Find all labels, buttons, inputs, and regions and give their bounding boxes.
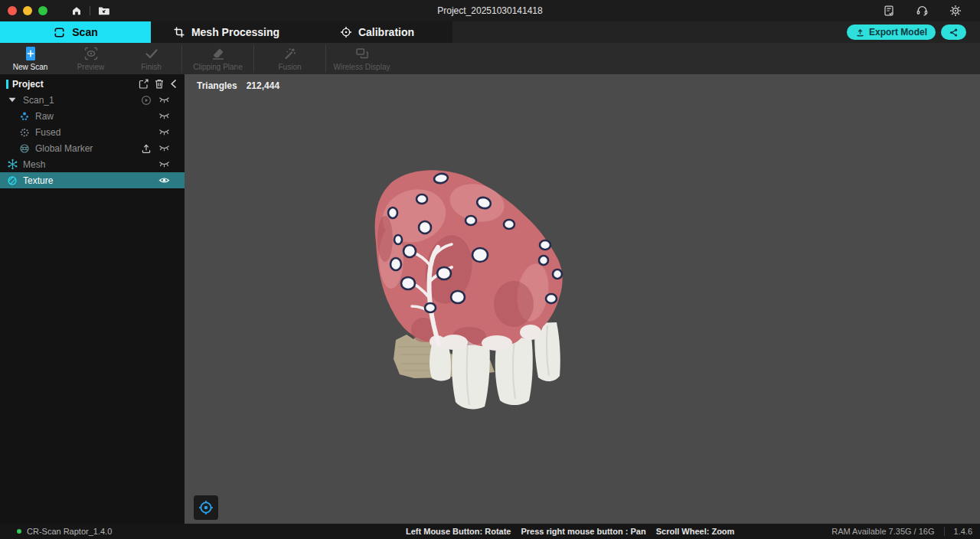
export-project-icon[interactable] xyxy=(138,78,149,90)
wireless-display-button[interactable]: Wireless Display xyxy=(326,46,397,71)
caret-down-icon[interactable] xyxy=(6,97,18,103)
raw-icon xyxy=(18,111,31,122)
statusbar-divider xyxy=(944,527,945,536)
fusion-label: Fusion xyxy=(278,63,301,71)
zoom-window-button[interactable] xyxy=(38,6,47,15)
log-icon[interactable] xyxy=(883,5,895,17)
export-model-icon xyxy=(855,28,865,38)
firmware-version: 1.4.6 xyxy=(954,527,972,536)
minimize-window-button[interactable] xyxy=(23,6,32,15)
eye-closed-icon[interactable] xyxy=(158,144,170,152)
finish-button[interactable]: Finish xyxy=(121,46,181,71)
texture-icon xyxy=(6,175,18,186)
wireless-display-icon xyxy=(354,46,370,61)
clipping-plane-button[interactable]: Clipping Plane xyxy=(182,46,253,71)
reset-view-icon xyxy=(198,499,214,516)
finish-label: Finish xyxy=(141,63,162,71)
tree-item-global-marker[interactable]: Global Marker xyxy=(0,140,185,156)
tab-scan-label: Scan xyxy=(72,26,97,38)
new-scan-label: New Scan xyxy=(13,63,48,71)
toolbar: New Scan Preview Finish Clipping Plane xyxy=(0,43,980,74)
mesh-icon xyxy=(6,158,18,170)
tree-item-label: Texture xyxy=(23,175,53,186)
tab-mesh-processing[interactable]: Mesh Processing xyxy=(151,21,302,43)
device-status-dot xyxy=(17,529,21,534)
trash-icon[interactable] xyxy=(154,78,165,90)
wireless-display-label: Wireless Display xyxy=(334,63,390,71)
settings-icon[interactable] xyxy=(949,5,962,17)
tree-item-label: Fused xyxy=(35,127,60,138)
support-icon[interactable] xyxy=(916,5,929,17)
tree-item-label: Global Marker xyxy=(35,143,93,154)
app-window: Project_20251030141418 Scan Mesh Proce xyxy=(0,0,980,539)
window-title: Project_20251030141418 xyxy=(0,5,980,16)
preview-icon xyxy=(83,46,99,61)
tabbar: Scan Mesh Processing Calibration Export … xyxy=(0,21,980,43)
tab-mesh-processing-label: Mesh Processing xyxy=(191,26,279,38)
eye-closed-icon[interactable] xyxy=(158,128,170,136)
export-model-button[interactable]: Export Model xyxy=(847,24,936,40)
clipping-plane-label: Clipping Plane xyxy=(193,63,243,71)
share-button[interactable] xyxy=(941,24,966,40)
global-marker-icon xyxy=(18,143,31,154)
close-window-button[interactable] xyxy=(8,6,17,15)
app-version-label: CR-Scan Raptor_1.4.0 xyxy=(27,527,112,536)
new-scan-icon xyxy=(24,46,38,61)
tab-calibration-label: Calibration xyxy=(358,26,414,38)
preview-label: Preview xyxy=(77,63,105,71)
reset-view-button[interactable] xyxy=(194,495,218,520)
tree-item-fused[interactable]: Fused xyxy=(0,124,185,140)
collapse-panel-icon[interactable] xyxy=(169,79,178,89)
open-project-icon[interactable] xyxy=(97,5,110,17)
home-icon[interactable] xyxy=(70,5,83,17)
fusion-icon xyxy=(283,46,298,61)
hint-rotate: Left Mouse Button: Rotate xyxy=(406,527,511,536)
titlebar: Project_20251030141418 xyxy=(0,0,980,21)
project-panel-header: Project xyxy=(0,76,185,92)
mesh-processing-icon xyxy=(173,26,185,38)
hint-zoom: Scroll Wheel: Zoom xyxy=(656,527,735,536)
calibration-icon xyxy=(340,26,352,38)
ram-available: RAM Available 7.35G / 16G xyxy=(831,527,934,536)
share-icon xyxy=(949,28,959,38)
tree-item-texture[interactable]: Texture xyxy=(0,172,185,188)
project-tree: Scan_1 Raw xyxy=(0,92,185,188)
tab-scan[interactable]: Scan xyxy=(0,21,151,43)
finish-icon xyxy=(144,46,159,61)
tree-item-label: Scan_1 xyxy=(23,95,54,106)
scan-icon xyxy=(53,26,66,39)
eye-closed-icon[interactable] xyxy=(158,160,170,168)
project-panel-title: Project xyxy=(12,79,44,90)
tree-item-label: Mesh xyxy=(23,159,45,170)
new-scan-button[interactable]: New Scan xyxy=(0,46,60,71)
clipping-plane-icon xyxy=(211,46,226,61)
eye-closed-icon[interactable] xyxy=(158,112,170,120)
fused-icon xyxy=(18,127,31,138)
tree-item-mesh[interactable]: Mesh xyxy=(0,156,185,172)
scanned-model-mushroom[interactable] xyxy=(185,74,980,524)
project-panel: Project xyxy=(0,74,185,524)
statusbar: CR-Scan Raptor_1.4.0 Left Mouse Button: … xyxy=(0,524,980,539)
eye-closed-icon[interactable] xyxy=(158,96,170,104)
export-model-label: Export Model xyxy=(869,27,927,38)
eye-open-icon[interactable] xyxy=(158,176,170,185)
tree-item-label: Raw xyxy=(35,111,54,122)
play-circle-icon[interactable] xyxy=(141,95,152,106)
window-controls xyxy=(8,6,47,15)
hint-pan: Press right mouse button : Pan xyxy=(521,527,645,536)
tab-calibration[interactable]: Calibration xyxy=(302,21,452,43)
3d-viewport[interactable]: Triangles 212,444 xyxy=(185,74,980,524)
tree-item-scan1[interactable]: Scan_1 xyxy=(0,92,185,108)
preview-button[interactable]: Preview xyxy=(60,46,121,71)
tree-item-raw[interactable]: Raw xyxy=(0,108,185,124)
fusion-button[interactable]: Fusion xyxy=(254,46,325,71)
accent-bar xyxy=(6,80,8,89)
upload-icon[interactable] xyxy=(141,143,152,154)
titlebar-divider xyxy=(90,6,90,15)
